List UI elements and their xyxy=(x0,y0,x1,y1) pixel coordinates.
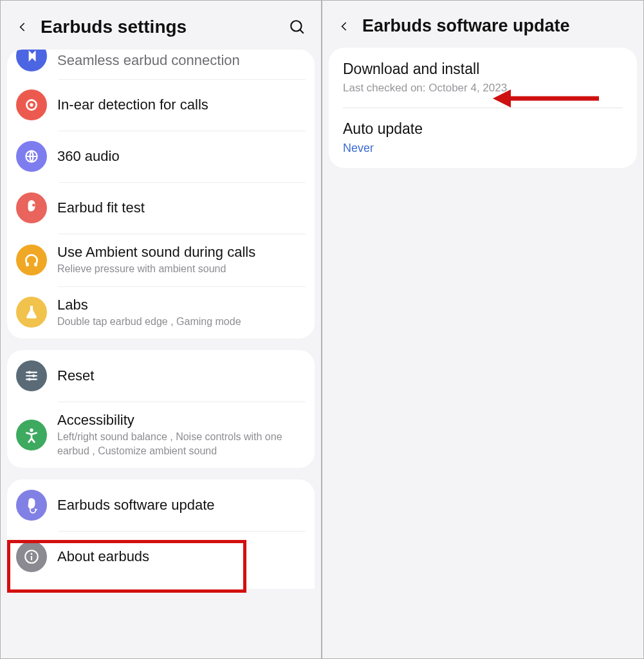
row-title: 360 audio xyxy=(57,148,303,165)
row-title: Earbuds software update xyxy=(57,497,303,514)
back-button[interactable] xyxy=(14,18,32,36)
row-title: Labs xyxy=(57,297,303,313)
software-update-screen: Earbuds software update Download and ins… xyxy=(322,0,644,659)
header: Earbuds settings xyxy=(1,1,321,50)
search-button[interactable] xyxy=(286,16,308,38)
row-seamless-connection[interactable]: Seamless earbud connection xyxy=(7,50,315,79)
update-icon xyxy=(16,490,47,521)
settings-group-system: Reset Accessibility Left/right sound bal… xyxy=(7,350,315,468)
back-button[interactable] xyxy=(335,17,353,35)
svg-point-3 xyxy=(30,103,33,106)
row-subtitle: Last checked on: October 4, 2023 xyxy=(343,82,623,95)
ambient-sound-icon xyxy=(16,245,47,275)
sliders-icon xyxy=(16,360,47,391)
row-title: Download and install xyxy=(343,60,623,78)
row-in-ear-detection[interactable]: In-ear detection for calls xyxy=(7,79,315,131)
row-auto-update[interactable]: Auto update Never xyxy=(329,107,637,168)
row-reset[interactable]: Reset xyxy=(7,350,315,402)
svg-point-13 xyxy=(28,378,31,380)
row-accessibility[interactable]: Accessibility Left/right sound balance ,… xyxy=(7,402,315,468)
row-fit-test[interactable]: Earbud fit test xyxy=(7,182,315,234)
row-title: Seamless earbud connection xyxy=(57,52,303,69)
svg-point-0 xyxy=(291,21,301,31)
row-about-earbuds[interactable]: About earbuds xyxy=(7,531,315,589)
page-title: Earbuds settings xyxy=(41,17,277,37)
search-icon xyxy=(289,19,306,35)
row-360-audio[interactable]: 360 audio xyxy=(7,131,315,182)
row-subtitle: Double tap earbud edge , Gaming mode xyxy=(57,315,303,329)
settings-group-features: Seamless earbud connection In-ear detect… xyxy=(7,50,315,339)
row-subtitle: Relieve pressure with ambient sound xyxy=(57,262,303,276)
ear-detection-icon xyxy=(16,89,47,120)
svg-point-11 xyxy=(28,371,31,374)
row-labs[interactable]: Labs Double tap earbud edge , Gaming mod… xyxy=(7,286,315,339)
svg-point-5 xyxy=(32,204,35,207)
row-title: Use Ambient sound during calls xyxy=(57,244,303,261)
chevron-left-icon xyxy=(339,19,349,34)
row-value: Never xyxy=(343,142,623,155)
earbud-sync-icon xyxy=(16,50,47,71)
settings-screen: Earbuds settings Seamless earbud connect… xyxy=(0,0,322,659)
svg-point-14 xyxy=(30,428,33,431)
settings-group-about: Earbuds software update About earbuds xyxy=(7,479,315,589)
row-download-install[interactable]: Download and install Last checked on: Oc… xyxy=(329,48,637,107)
accessibility-icon xyxy=(16,420,47,450)
svg-point-16 xyxy=(31,553,33,555)
globe-icon xyxy=(16,141,47,172)
row-title: In-ear detection for calls xyxy=(57,97,303,113)
row-software-update[interactable]: Earbuds software update xyxy=(7,479,315,531)
header: Earbuds software update xyxy=(322,1,643,48)
row-ambient-sound[interactable]: Use Ambient sound during calls Relieve p… xyxy=(7,234,315,286)
earbud-fit-icon xyxy=(16,192,47,223)
info-icon xyxy=(16,541,47,572)
row-title: Earbud fit test xyxy=(57,200,303,216)
svg-point-12 xyxy=(32,375,35,377)
row-title: Reset xyxy=(57,367,303,384)
svg-rect-17 xyxy=(31,556,32,561)
row-title: Auto update xyxy=(343,120,623,138)
flask-icon xyxy=(16,297,47,328)
row-subtitle: Left/right sound balance , Noise control… xyxy=(57,430,303,458)
page-title: Earbuds software update xyxy=(362,16,630,36)
row-title: Accessibility xyxy=(57,412,303,429)
update-options-group: Download and install Last checked on: Oc… xyxy=(329,48,637,168)
chevron-left-icon xyxy=(17,19,28,35)
svg-rect-7 xyxy=(34,263,37,266)
svg-line-1 xyxy=(300,30,303,33)
svg-rect-6 xyxy=(26,263,28,266)
row-title: About earbuds xyxy=(57,548,303,565)
